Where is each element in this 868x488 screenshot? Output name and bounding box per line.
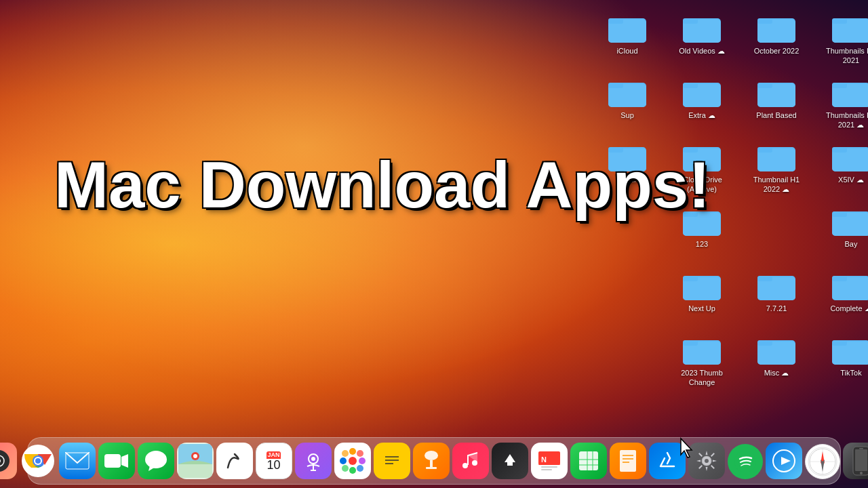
folder-october-2022[interactable]: October 2022 [743,7,810,68]
dock-music[interactable] [452,443,489,479]
svg-rect-100 [382,451,401,470]
dock-freeform[interactable] [216,443,253,479]
video-title: Mac Download Apps! [54,149,710,221]
svg-point-81 [145,451,167,468]
dock-facetime[interactable] [98,443,135,479]
svg-point-98 [342,465,349,472]
svg-rect-2 [608,18,623,24]
svg-rect-50 [832,276,847,281]
svg-text:N: N [541,455,547,464]
svg-rect-84 [178,464,212,478]
svg-point-67 [0,450,9,472]
svg-rect-41 [832,211,847,217]
svg-rect-44 [683,276,698,281]
svg-rect-56 [757,340,772,346]
svg-rect-8 [757,18,772,24]
dock-system-preferences[interactable] [688,443,725,479]
dock-calendar[interactable]: JAN 10 [256,443,292,479]
folder-plant-based[interactable]: Plant Based [743,71,810,132]
svg-rect-11 [832,18,847,24]
dock-mail[interactable] [59,443,96,479]
dock-spotify[interactable] [728,444,763,479]
svg-point-94 [340,458,347,464]
dock-pages[interactable] [610,443,646,479]
svg-rect-23 [832,83,847,88]
svg-rect-120 [620,450,636,472]
svg-point-76 [35,458,41,464]
folder-x5iv[interactable]: X5IV ☁ [817,136,868,197]
folder-7721[interactable]: 7.7.21 [743,264,810,325]
svg-point-97 [357,450,363,457]
svg-point-86 [193,454,197,458]
svg-point-92 [349,448,356,455]
folder-next-up[interactable]: Next Up [668,264,736,325]
dock-chrome[interactable] [20,443,56,479]
dock: JAN 10 [27,434,841,488]
svg-rect-136 [855,449,867,471]
svg-rect-17 [683,83,698,88]
folder-sup[interactable]: Sup [593,71,661,132]
svg-rect-20 [757,83,772,88]
folder-2023-thumb-change[interactable]: 2023 Thumb Change [668,329,736,390]
dock-iphone-mirroring[interactable] [843,443,869,479]
desktop: Mac Download Apps! iCloud Old Videos ☁ O… [0,0,868,488]
dock-maps[interactable] [177,443,214,479]
svg-rect-113 [541,469,552,470]
folder-tiktok[interactable]: TikTok [817,329,868,390]
dock-photos[interactable] [334,443,371,479]
folder-thumbnails-h2-2021[interactable]: Thumbnails H2 2021 ☁ [817,71,868,132]
svg-marker-80 [121,454,128,468]
svg-point-126 [734,451,756,472]
folder-thumbnails-h1-2021[interactable]: Thumbnails H1 2021 [817,7,868,68]
svg-rect-35 [832,147,847,152]
dock-keynote[interactable] [413,443,450,479]
dock-stickies[interactable] [374,443,410,479]
svg-rect-105 [430,460,433,467]
folder-misc[interactable]: Misc ☁ [743,329,810,390]
svg-point-95 [359,458,366,464]
dock-items-container: JAN 10 [0,439,868,483]
folder-complete[interactable]: Complete ☁ [817,264,868,325]
folder-icloud[interactable]: iCloud [593,7,661,68]
dock-quicktime[interactable] [766,443,802,479]
folder-extra[interactable]: Extra ☁ [668,71,736,132]
dock-appletv[interactable] [492,443,528,479]
svg-rect-106 [426,467,437,469]
folder-thumbnail-h1-2022[interactable]: Thumbnail H1 2022 ☁ [743,136,810,197]
svg-rect-47 [757,276,772,281]
svg-marker-128 [781,457,791,465]
dock-messages[interactable] [138,443,174,479]
dock-launchpad[interactable] [0,443,17,479]
svg-point-125 [705,459,709,463]
svg-point-88 [311,457,315,461]
folder-old-videos[interactable]: Old Videos ☁ [668,7,736,68]
svg-point-93 [349,467,356,474]
svg-point-99 [357,465,363,472]
svg-rect-115 [579,451,598,470]
svg-rect-14 [608,83,623,88]
svg-point-107 [462,463,468,468]
dock-podcasts[interactable] [295,443,332,479]
svg-rect-59 [832,340,847,346]
folder-bay[interactable]: Bay [817,200,868,261]
svg-point-96 [342,450,349,457]
svg-rect-5 [683,18,698,24]
svg-point-104 [425,451,438,460]
svg-rect-109 [507,462,513,466]
dock-numbers[interactable] [570,443,607,479]
svg-rect-79 [104,454,121,468]
svg-rect-112 [541,466,557,468]
dock-news[interactable]: N [531,443,568,479]
dock-safari[interactable] [805,444,840,479]
dock-appstore[interactable] [649,443,686,479]
svg-rect-138 [859,448,863,449]
desktop-folders: iCloud Old Videos ☁ October 2022 Thumbna… [583,0,868,447]
svg-point-137 [860,472,863,474]
svg-rect-53 [683,340,698,346]
svg-point-91 [349,457,357,465]
svg-rect-32 [757,147,772,152]
